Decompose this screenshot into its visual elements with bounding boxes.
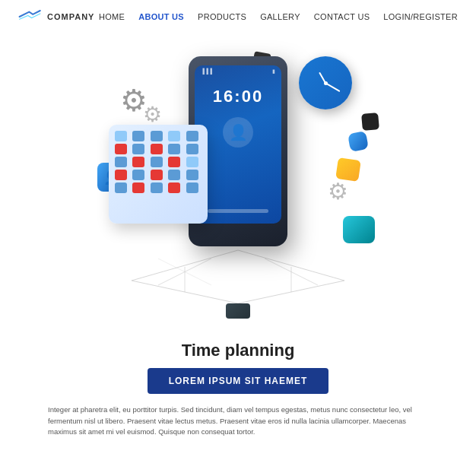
cal-cell [186, 157, 198, 167]
section-title: Time planning [25, 341, 451, 360]
phone-avatar: 👤 [223, 117, 253, 148]
body-text: Integer at pharetra elit, eu porttitor t… [25, 405, 451, 438]
avatar-icon: 👤 [229, 123, 248, 141]
cal-cell [115, 170, 127, 180]
clock-face [303, 61, 347, 105]
cal-cell [151, 182, 163, 193]
cal-cell [151, 131, 163, 141]
float-yellow-icon [335, 157, 361, 182]
phone-screen: ▐▐▐ ▮ 16:00 👤 [195, 65, 281, 224]
floor-grid [132, 246, 344, 307]
float-blue-right-icon [347, 131, 369, 152]
phone-input-bar [208, 209, 268, 213]
cal-cell [115, 182, 127, 193]
cal-cell [132, 131, 144, 141]
calendar [109, 125, 208, 224]
cal-cell [132, 170, 144, 180]
cal-cell [151, 157, 163, 167]
clock-minute-hand [325, 82, 341, 91]
cal-cell [186, 170, 198, 180]
main-content: ⚙ ⚙ ⚙ ▐▐▐ ▮ 16:00 👤 [0, 33, 476, 438]
float-teal-icon [343, 216, 375, 243]
cal-cell [168, 170, 180, 180]
gear-right-icon: ⚙ [328, 178, 348, 205]
clock [299, 56, 352, 109]
cal-cell [168, 157, 180, 167]
cal-cell [115, 157, 127, 167]
float-dark-right-icon [361, 113, 379, 131]
clock-center-dot [324, 81, 328, 85]
cal-cell [168, 131, 180, 141]
nav-gallery[interactable]: GALLERY [260, 12, 300, 21]
gear-small-icon: ⚙ [143, 102, 162, 127]
cal-cell [186, 144, 198, 154]
cal-cell [186, 131, 198, 141]
nav-login[interactable]: LOGIN/REGISTER [383, 12, 458, 21]
cal-cell [132, 157, 144, 167]
phone-battery: ▮ [272, 68, 275, 75]
nav-about[interactable]: ABOUT US [138, 12, 184, 21]
text-section: Time planning LOREM IPSUM SIT HAEMET Int… [25, 341, 451, 438]
cal-cell [168, 182, 180, 193]
cal-cell [115, 131, 127, 141]
small-device-box [226, 303, 250, 319]
logo-icon [18, 9, 43, 24]
cal-cell [151, 144, 163, 154]
cta-button[interactable]: LOREM IPSUM SIT HAEMET [148, 368, 329, 394]
header: COMPANY HOME ABOUT US PRODUCTS GALLERY C… [0, 0, 476, 33]
cal-cell [168, 144, 180, 154]
nav-contact[interactable]: CONTACT US [314, 12, 370, 21]
phone-signal: ▐▐▐ [201, 68, 212, 74]
illustration-area: ⚙ ⚙ ⚙ ▐▐▐ ▮ 16:00 👤 [78, 41, 398, 338]
nav-home[interactable]: HOME [99, 12, 125, 21]
cal-cell [132, 182, 144, 193]
cal-cell [186, 182, 198, 193]
logo-area: COMPANY [18, 9, 94, 24]
calendar-grid [115, 131, 202, 193]
logo-text: COMPANY [47, 12, 94, 21]
nav: HOME ABOUT US PRODUCTS GALLERY CONTACT U… [99, 12, 458, 21]
cal-cell [132, 144, 144, 154]
cal-cell [115, 144, 127, 154]
cal-cell [151, 170, 163, 180]
phone-time: 16:00 [213, 87, 263, 106]
nav-products[interactable]: PRODUCTS [198, 12, 246, 21]
